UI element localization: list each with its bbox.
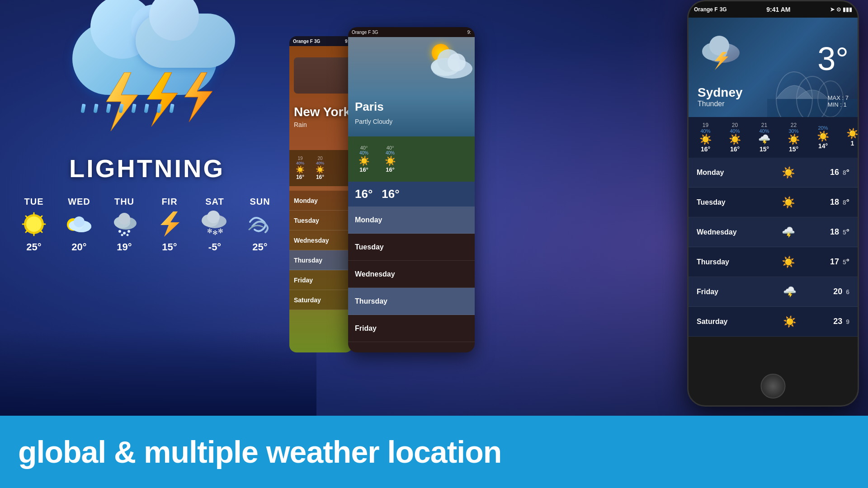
secondary-cloud xyxy=(136,14,235,68)
bolt-center-icon xyxy=(142,72,179,127)
day-temp-fir: 15° xyxy=(162,241,177,253)
ny-content: New York Rain 19 40% ☀️ 16° 20 40% ☀️ 16… xyxy=(289,46,353,352)
sydney-carrier: Orange F xyxy=(694,6,718,13)
paris-time: 9: xyxy=(467,30,471,35)
svg-point-5 xyxy=(26,216,42,232)
svg-line-10 xyxy=(26,216,28,218)
sydney-thursday-temps: 17 5° xyxy=(830,257,849,267)
sydney-city-name: Sydney xyxy=(698,85,743,100)
forecast-row: TUE 25° WED xyxy=(9,197,285,253)
forecast-day-sun: SUN 25° xyxy=(244,197,276,253)
day-icon-tue xyxy=(18,211,50,238)
sydney-tuesday-icon: ☀️ xyxy=(746,196,830,209)
day-name-wed: WED xyxy=(68,197,90,207)
phone-paris: Orange F 3G 9: Paris Partly Cloudy 40° 4… xyxy=(348,27,475,352)
sydney-status-bar: Orange F 3G 9:41 AM ➤ ⊙ ▮▮▮ xyxy=(689,1,858,18)
forecast-day-sat: SAT ✻ ✻ ✻ -5° xyxy=(199,197,231,253)
weather-type-label: LIGHTNING xyxy=(69,154,225,183)
day-temp-sun: 25° xyxy=(252,241,267,253)
battery-icon: ▮▮▮ xyxy=(843,6,852,13)
sydney-monday-label: Monday xyxy=(697,169,746,177)
svg-text:✻: ✻ xyxy=(212,229,218,236)
paris-wednesday-label: Wednesday xyxy=(355,270,396,278)
day-temp-tue: 25° xyxy=(26,241,41,253)
paris-day-friday[interactable]: Friday xyxy=(348,315,475,342)
sydney-header: Sydney Thunder 3° MAX : 7 MIN : 1 xyxy=(689,18,858,117)
paris-temp-item-2: 40° 40% ☀️ 16° xyxy=(379,145,401,173)
forecast-day-fir: FIR 15° xyxy=(154,197,185,253)
day-icon-sun xyxy=(244,211,276,238)
paris-day-tuesday[interactable]: Tuesday xyxy=(348,234,475,261)
paris-day-monday[interactable]: Monday xyxy=(348,206,475,234)
sydney-tuesday: Tuesday ☀️ 18 8° xyxy=(689,188,858,217)
ny-header-info: New York Rain xyxy=(294,64,350,128)
svg-point-30 xyxy=(207,211,220,223)
ny-status-bar: Orange F 3G 9: xyxy=(289,36,353,46)
sydney-tuesday-temps: 18 8° xyxy=(830,197,849,207)
day-temp-thu: 19° xyxy=(117,241,132,253)
paris-cloud-icon xyxy=(420,46,475,82)
sydney-saturday: Saturday ☀️ 23 9 xyxy=(689,307,858,337)
sydney-friday-icon: 🌩️ xyxy=(746,286,833,298)
sydney-max-min: MAX : 7 MIN : 1 xyxy=(828,94,849,108)
left-section: LIGHTNING TUE 25° xyxy=(0,0,294,416)
paris-days-list: Monday Tuesday Wednesday Thursday Friday… xyxy=(348,206,475,352)
sydney-network: 3G xyxy=(720,6,727,13)
svg-point-21 xyxy=(118,213,130,225)
svg-marker-3 xyxy=(184,72,212,122)
ny-city-name: New York xyxy=(294,105,350,119)
day-name-sat: SAT xyxy=(205,197,224,207)
paris-temp-secondary: 16° xyxy=(382,187,399,201)
paris-day-wednesday[interactable]: Wednesday xyxy=(348,261,475,288)
phone-new-york: Orange F 3G 9: New York Rain 19 40% ☀️ xyxy=(289,36,353,352)
paris-city-name: Paris xyxy=(355,100,384,114)
sydney-time: 9:41 AM xyxy=(729,6,828,13)
sydney-daily-list: Monday ☀️ 16 8° Tuesday ☀️ 18 8° Wednesd… xyxy=(689,158,858,337)
day-name-sun: SUN xyxy=(250,197,270,207)
sydney-signal: Orange F 3G xyxy=(694,6,727,13)
paris-friday-label: Friday xyxy=(355,324,396,333)
phones-section: Orange F 3G 9: New York Rain 19 40% ☀️ xyxy=(289,0,868,416)
ny-day-monday-label: Monday xyxy=(294,197,318,204)
sydney-scroll-4: 22 30% ☀️ 15° xyxy=(781,122,806,153)
ny-day-saturday-label: Saturday xyxy=(294,296,321,304)
svg-point-18 xyxy=(74,216,85,227)
sydney-battery: ➤ ⊙ ▮▮▮ xyxy=(830,6,852,13)
svg-point-24 xyxy=(127,230,130,233)
sydney-wednesday: Wednesday 🌩️ 18 5° xyxy=(689,217,858,247)
sydney-saturday-icon: ☀️ xyxy=(746,315,833,328)
svg-point-25 xyxy=(121,234,123,236)
sydney-friday: Friday 🌩️ 20 6 xyxy=(689,277,858,307)
svg-marker-1 xyxy=(106,72,138,131)
sydney-scroll-1: 19 40% ☀️ 16° xyxy=(693,122,718,153)
forecast-day-thu: THU 19° xyxy=(108,197,140,253)
bottom-bar: global & multiple weather location xyxy=(0,416,868,488)
paris-header: Paris Partly Cloudy xyxy=(348,37,475,136)
sydney-home-button[interactable] xyxy=(761,374,786,399)
ny-day-monday: Monday xyxy=(289,191,353,211)
ny-day-tuesday: Tuesday xyxy=(289,211,353,230)
ny-day-thursday: Thursday xyxy=(289,250,353,270)
day-name-fir: FIR xyxy=(161,197,177,207)
sydney-scroll-forecast: 19 40% ☀️ 16° 20 40% ☀️ 16° 21 40% 🌩️ 15… xyxy=(689,117,858,158)
sydney-city-info: Sydney Thunder xyxy=(698,85,743,108)
sydney-condition: Thunder xyxy=(698,100,743,108)
paris-temp-main: 16° xyxy=(355,187,373,201)
paris-day-saturday[interactable]: Saturday xyxy=(348,342,475,352)
rain-drops xyxy=(81,104,174,113)
sydney-monday: Monday ☀️ 16 8° xyxy=(689,158,858,188)
lightning-bolts xyxy=(99,72,212,131)
day-icon-thu xyxy=(108,211,140,238)
bolt-right-icon xyxy=(181,72,212,122)
sydney-thursday-label: Thursday xyxy=(697,258,746,266)
day-icon-sat: ✻ ✻ ✻ xyxy=(199,211,231,238)
sydney-temperature: 3° xyxy=(817,40,849,77)
svg-line-11 xyxy=(40,230,42,232)
paris-temp-strip: 40° 40% ☀️ 16° 40° 40% ☀️ 16° xyxy=(348,136,475,182)
svg-text:✻: ✻ xyxy=(218,227,223,235)
ny-day-friday: Friday xyxy=(289,270,353,290)
svg-marker-2 xyxy=(147,72,178,127)
paris-day-thursday[interactable]: Thursday xyxy=(348,288,475,315)
paris-saturday-label: Saturday xyxy=(355,352,396,353)
day-icon-fir xyxy=(154,211,185,238)
